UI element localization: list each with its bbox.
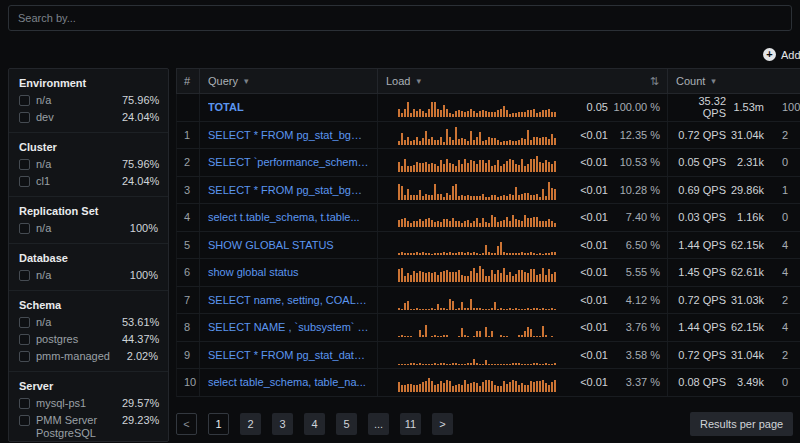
sparkline-bar [551,134,553,145]
column-header-load[interactable]: Load ▾ ⇅ [378,69,668,93]
query-link[interactable]: select table_schema, table_na... [208,376,366,388]
results-per-page-dropdown[interactable]: Results per page [690,412,793,436]
load-percent: 3.37 % [608,376,660,388]
pagination-page-button-2[interactable]: 2 [240,413,261,435]
search-input[interactable] [8,5,792,31]
filter-item[interactable]: n/a 100% [19,269,158,282]
column-header-rank[interactable]: # [177,69,200,93]
sparkline-bar [476,196,478,200]
pagination-ellipsis-button[interactable]: ... [368,413,389,435]
count-percent: 2 [782,129,788,141]
query-link[interactable]: select t.table_schema, t.table... [208,211,360,223]
count-percent: 0 [782,156,788,168]
sparkline-bar [536,113,538,118]
filter-item-value: 2.02% [127,350,158,363]
checkbox-icon[interactable] [19,95,30,106]
sparkline-bar [398,184,400,200]
query-link[interactable]: SELECT `performance_schema... [208,156,369,168]
checkbox-icon[interactable] [19,159,30,170]
pagination-page-button-3[interactable]: 3 [272,413,293,435]
filter-section-title: Schema [19,299,158,312]
filter-item-list: n/a 75.96% cl1 24.04% [19,158,158,188]
add-column-button[interactable]: + Add column [763,48,800,61]
sparkline-bar [539,336,541,337]
pagination-page-button-5[interactable]: 5 [336,413,357,435]
column-header-count[interactable]: Count ▾ ⇅ [668,69,800,93]
filter-item[interactable]: n/a 75.96% [19,94,158,107]
column-menu-caret-icon[interactable]: ▾ [416,76,421,86]
pagination-next-button[interactable]: > [432,413,453,435]
query-link[interactable]: SELECT * FROM pg_stat_datab... [208,349,369,361]
filter-item[interactable]: PMM Server PostgreSQL 29.23% [19,414,158,440]
sparkline-bar [470,299,472,310]
sparkline-bar [539,112,541,117]
filter-item[interactable]: dev 24.04% [19,111,158,124]
load-header-label: Load [386,75,410,87]
query-link[interactable]: SELECT name, setting, COALE... [208,294,369,306]
filter-section-title: Environment [19,77,158,90]
sparkline-bar [455,272,457,282]
sparkline-bar [485,222,487,227]
checkbox-icon[interactable] [19,398,30,409]
query-link[interactable]: SHOW GLOBAL STATUS [208,239,334,251]
sparkline-bar [497,270,499,282]
filter-item[interactable]: pmm-managed 2.02% [19,350,158,363]
sparkline-bar [479,132,481,145]
sparkline-bar [554,252,556,255]
checkbox-icon[interactable] [19,270,30,281]
checkbox-icon[interactable] [19,176,30,187]
column-menu-caret-icon[interactable]: ▾ [244,76,249,86]
sparkline-bar [401,219,403,227]
checkbox-icon[interactable] [19,415,30,426]
query-link[interactable]: SELECT * FROM pg_stat_bgwri... [208,184,369,196]
pagination-page-button-1[interactable]: 1 [208,413,229,435]
filter-item[interactable]: cl1 24.04% [19,175,158,188]
query-link[interactable]: SELECT NAME , `subsystem` , ... [208,321,369,333]
sparkline-bar [512,215,514,227]
count-value: 3.49k [726,376,764,388]
sparkline-bar [524,272,526,282]
pagination-prev-button[interactable]: < [176,413,197,435]
query-link[interactable]: show global status [208,266,299,278]
sparkline-bar [407,253,409,254]
filter-item-value: 100% [130,222,158,235]
query-link[interactable]: SELECT * FROM pg_stat_bgwri... [208,129,369,141]
filters-panel: Environment n/a 75.96% dev 24.04% Cluste… [8,68,169,442]
sparkline-bar [455,221,457,228]
rank-header-label: # [184,75,190,87]
sparkline-bar [422,221,424,227]
query-cell: SELECT * FROM pg_stat_bgwri... [200,177,378,204]
sparkline-bar [416,308,418,309]
sparkline-bar [446,109,448,117]
query-cell: SHOW GLOBAL STATUS [200,232,378,259]
sparkline-bar [494,217,496,227]
sparkline-bar [431,308,433,310]
filter-item[interactable]: mysql-ps1 29.57% [19,397,158,410]
filter-item[interactable]: n/a 100% [19,222,158,235]
filter-item[interactable]: n/a 75.96% [19,158,158,171]
count-value: 62.15k [726,239,764,251]
sparkline-bar [401,113,403,117]
pagination-page-button-11[interactable]: 11 [400,413,421,435]
sparkline-bar [449,195,451,200]
checkbox-icon[interactable] [19,112,30,123]
sparkline-bar [545,137,547,145]
column-header-query[interactable]: Query ▾ [200,69,378,93]
pagination-page-button-4[interactable]: 4 [304,413,325,435]
checkbox-icon[interactable] [19,334,30,345]
sparkline-bar [485,111,487,118]
sort-toggle-icon[interactable]: ⇅ [650,75,659,88]
load-value: <0.01 [558,156,608,168]
query-link[interactable]: TOTAL [208,101,244,113]
checkbox-icon[interactable] [19,223,30,234]
column-menu-caret-icon[interactable]: ▾ [711,76,716,86]
sparkline-bar [512,113,514,118]
filter-item[interactable]: n/a 53.61% [19,316,158,329]
sparkline-bar [401,385,403,393]
sparkline-bar [506,196,508,200]
sparkline-bar [530,159,532,173]
sparkline-bar [419,330,421,337]
filter-item[interactable]: postgres 44.37% [19,333,158,346]
checkbox-icon[interactable] [19,317,30,328]
checkbox-icon[interactable] [19,351,30,362]
